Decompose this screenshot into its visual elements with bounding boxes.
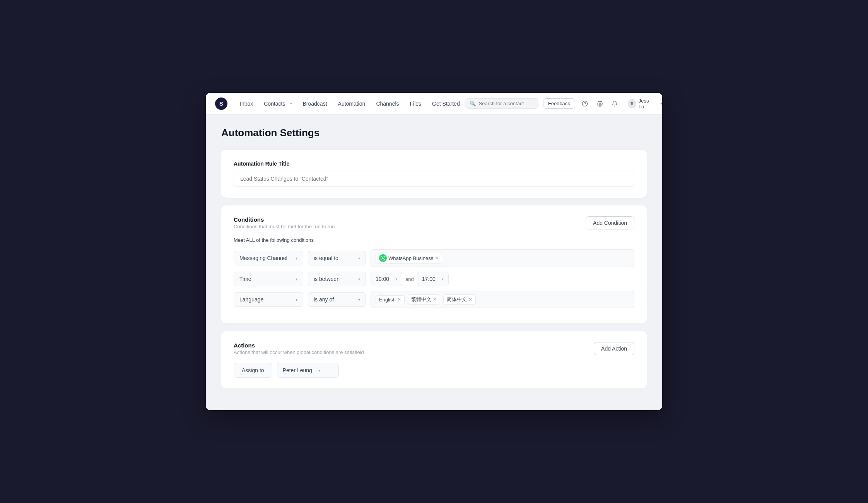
meet-all-label: Meet ALL of the following conditions: [234, 237, 634, 243]
condition-value-languages: English ✕ 繁體中文 ✕ 简体中文 ✕: [371, 291, 634, 308]
whatsapp-tag-close[interactable]: ✕: [435, 255, 439, 261]
language-tag-traditional-chinese[interactable]: 繁體中文 ✕: [408, 294, 440, 305]
page-title: Automation Settings: [221, 127, 647, 139]
actions-header-left: Actions Actions that will occur when glo…: [234, 342, 364, 355]
condition-operator-between[interactable]: is between ▾: [308, 272, 366, 286]
user-name: Jess Lo: [639, 98, 655, 109]
operator-chevron-icon: ▾: [358, 256, 360, 260]
action-assign-to-label: Assign to: [234, 363, 272, 378]
search-bar[interactable]: 🔍: [465, 98, 538, 109]
condition-row-2: Time ▾ is between ▾ 10:00 ▾ and 17:00 ▾: [234, 272, 634, 286]
user-badge[interactable]: JL Jess Lo ▾: [625, 96, 662, 111]
time-field-chevron-icon: ▾: [296, 277, 297, 281]
time-range: 10:00 ▾ and 17:00 ▾: [371, 272, 449, 286]
time-and-label: and: [405, 276, 414, 282]
time-from-select[interactable]: 10:00 ▾: [371, 272, 402, 286]
condition-field-time[interactable]: Time ▾: [234, 272, 303, 286]
notifications-icon[interactable]: [610, 98, 620, 109]
nav-item-contacts[interactable]: Contacts ▾: [259, 98, 296, 109]
nav-item-automation[interactable]: Automation: [333, 98, 370, 109]
language-tag-simplified-chinese[interactable]: 简体中文 ✕: [443, 294, 476, 305]
condition-field-messaging-channel[interactable]: Messaging Channel ▾: [234, 251, 303, 265]
condition-value-whatsapp: WhatsApp Business ✕: [371, 249, 634, 267]
conditions-card: Conditions Conditions that must be met f…: [221, 205, 647, 323]
conditions-title: Conditions: [234, 216, 336, 223]
actions-header: Actions Actions that will occur when glo…: [234, 342, 634, 355]
condition-operator-any-of[interactable]: is any of ▾: [308, 292, 366, 307]
condition-row-3: Language ▾ is any of ▾ English ✕ 繁體中文 ✕: [234, 291, 634, 308]
between-chevron-icon: ▾: [358, 277, 360, 281]
whatsapp-icon: [379, 254, 387, 262]
action-assign-to-value[interactable]: Peter Leung ▾: [277, 363, 339, 378]
conditions-header-left: Conditions Conditions that must be met f…: [234, 216, 336, 229]
conditions-header: Conditions Conditions that must be met f…: [234, 216, 634, 229]
feedback-button[interactable]: Feedback: [543, 98, 575, 109]
app-window: S Inbox Contacts ▾ Broadcast Automation …: [206, 93, 662, 410]
avatar: JL: [628, 99, 636, 108]
main-content: Automation Settings Automation Rule Titl…: [206, 115, 662, 409]
actions-title: Actions: [234, 342, 364, 349]
language-field-chevron-icon: ▾: [296, 298, 297, 302]
condition-field-language[interactable]: Language ▾: [234, 292, 303, 307]
nav-item-channels[interactable]: Channels: [371, 98, 403, 109]
simplified-chinese-tag-close[interactable]: ✕: [468, 297, 472, 302]
add-condition-button[interactable]: Add Condition: [586, 216, 634, 229]
condition-row-1: Messaging Channel ▾ is equal to ▾ WhatsA…: [234, 249, 634, 267]
rule-title-input[interactable]: [234, 171, 634, 187]
rule-title-label: Automation Rule Title: [234, 161, 634, 167]
nav-item-get-started[interactable]: Get Started: [427, 98, 465, 109]
svg-point-2: [599, 103, 601, 104]
time-to-chevron-icon: ▾: [442, 277, 444, 281]
conditions-subtitle: Conditions that must be met for the run …: [234, 224, 336, 229]
field-chevron-icon: ▾: [296, 256, 297, 260]
actions-subtitle: Actions that will occur when global cond…: [234, 349, 364, 355]
actions-card: Actions Actions that will occur when glo…: [221, 331, 647, 388]
rule-title-card: Automation Rule Title: [221, 150, 647, 198]
time-from-chevron-icon: ▾: [395, 277, 397, 281]
help-icon[interactable]: [580, 98, 590, 109]
nav-right: 🔍 Feedback JL Jess Lo ▾: [465, 96, 662, 111]
any-of-chevron-icon: ▾: [358, 298, 360, 302]
english-tag-close[interactable]: ✕: [397, 297, 401, 302]
nav-item-inbox[interactable]: Inbox: [235, 98, 258, 109]
user-chevron-icon: ▾: [660, 101, 662, 106]
nav-item-broadcast[interactable]: Broadcast: [298, 98, 332, 109]
nav-item-files[interactable]: Files: [405, 98, 426, 109]
time-to-select[interactable]: 17:00 ▾: [417, 272, 449, 286]
whatsapp-tag[interactable]: WhatsApp Business ✕: [376, 253, 442, 263]
search-icon: 🔍: [470, 101, 476, 106]
nav-items: Inbox Contacts ▾ Broadcast Automation Ch…: [235, 98, 465, 109]
contacts-chevron-icon: ▾: [290, 101, 292, 106]
settings-icon[interactable]: [595, 98, 605, 109]
traditional-chinese-tag-close[interactable]: ✕: [433, 297, 437, 302]
app-logo[interactable]: S: [215, 98, 227, 110]
assign-to-chevron-icon: ▾: [318, 368, 320, 373]
language-tag-english[interactable]: English ✕: [376, 295, 405, 304]
action-row-1: Assign to Peter Leung ▾: [234, 363, 634, 378]
search-input[interactable]: [479, 101, 533, 106]
top-nav: S Inbox Contacts ▾ Broadcast Automation …: [206, 93, 662, 115]
condition-operator-equal[interactable]: is equal to ▾: [308, 251, 366, 265]
add-action-button[interactable]: Add Action: [594, 342, 634, 355]
